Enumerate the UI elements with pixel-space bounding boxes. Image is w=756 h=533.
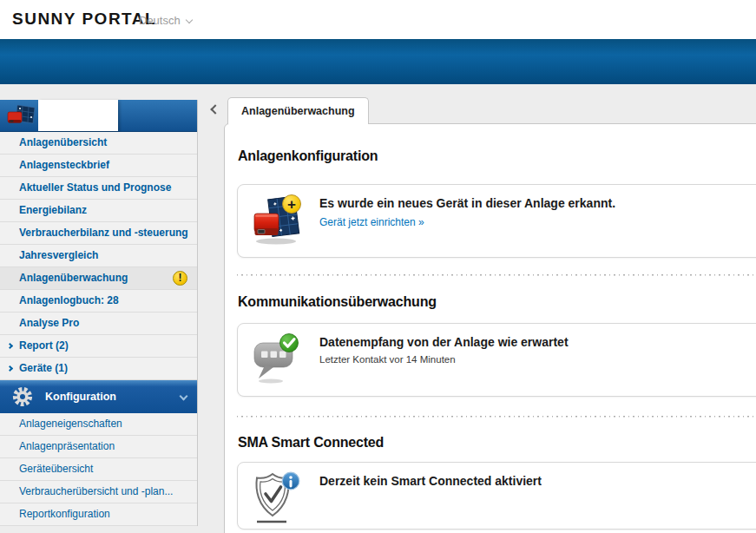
tab-anlagenueberwachung[interactable]: Anlagenüberwachung: [227, 97, 369, 124]
warning-icon: !: [173, 271, 187, 286]
gear-icon: [11, 385, 34, 408]
communication-card: Datenempfang von der Anlage wie erwartet…: [237, 323, 756, 397]
smart-connected-status-message: Derzeit kein Smart Connected aktiviert: [319, 474, 542, 488]
sidebar-item-energiebilanz[interactable]: Energiebilanz: [0, 200, 197, 222]
new-device-card: + Es wurde ein neues Gerät in dieser Anl…: [237, 184, 756, 258]
communication-status-message: Datenempfang von der Anlage wie erwartet: [319, 335, 569, 349]
sidebar-subitem-geraeteuebersicht[interactable]: Geräteübersicht: [0, 458, 197, 481]
svg-text:+: +: [287, 196, 296, 213]
sidebar-item-anlagenuebersicht[interactable]: Anlagenübersicht: [0, 132, 197, 155]
sidebar-item-konfiguration[interactable]: Konfiguration: [0, 380, 197, 413]
collapse-sidebar-button[interactable]: [207, 99, 223, 122]
expand-chevron-icon: [7, 365, 13, 372]
sidebar-subitem-reportkonfiguration[interactable]: Reportkonfiguration: [0, 503, 197, 526]
language-selector[interactable]: Deutsch: [139, 14, 192, 27]
section-heading-kommunikationsueberwachung: Kommunikationsüberwachung: [238, 294, 437, 310]
smart-connected-info-icon: [252, 470, 304, 523]
inverter-new-device-icon: +: [252, 192, 304, 246]
banner: [0, 39, 756, 84]
section-heading-anlagenkonfiguration: Anlagenkonfiguration: [238, 148, 378, 164]
setup-device-link[interactable]: Gerät jetzt einrichten »: [319, 216, 615, 228]
plant-logo-icon: [7, 103, 36, 129]
sidebar-item-geraete[interactable]: Geräte (1): [0, 358, 197, 380]
sunny-portal-logo: SUNNY PORTAL: [12, 10, 156, 29]
sidebar: Anlagenübersicht Anlagensteckbrief Aktue…: [0, 100, 198, 526]
chevron-left-icon: [210, 104, 220, 114]
plant-name-redacted: [38, 100, 118, 131]
sidebar-subitem-verbraucheruebersicht[interactable]: Verbraucherübersicht und -plan...: [0, 481, 197, 503]
language-label: Deutsch: [139, 14, 181, 27]
sidebar-subitem-anlagenpraesentation[interactable]: Anlagenpräsentation: [0, 436, 197, 458]
sidebar-item-anlagenlogbuch[interactable]: Anlagenlogbuch: 28: [0, 290, 197, 313]
communication-ok-icon: [252, 331, 304, 385]
sidebar-item-anlagenueberwachung[interactable]: Anlagenüberwachung !: [0, 267, 197, 290]
plant-header[interactable]: [0, 100, 197, 132]
sunny-portal-window: SUNNY PORTAL Deutsch Anlagenübersicht An…: [0, 0, 756, 533]
sidebar-item-aktueller-status[interactable]: Aktueller Status und Prognose: [0, 177, 197, 200]
smart-connected-card: Derzeit kein Smart Connected aktiviert: [237, 462, 756, 530]
last-contact-text: Letzter Kontakt vor 14 Minuten: [319, 354, 569, 365]
sidebar-item-anlagensteckbrief[interactable]: Anlagensteckbrief: [0, 155, 197, 177]
top-bar: SUNNY PORTAL Deutsch: [0, 0, 756, 39]
sidebar-item-jahresvergleich[interactable]: Jahresvergleich: [0, 245, 197, 267]
new-device-message: Es wurde ein neues Gerät in dieser Anlag…: [319, 196, 615, 210]
chevron-down-icon: [180, 392, 188, 401]
section-divider: [237, 416, 756, 418]
sidebar-item-report[interactable]: Report (2): [0, 335, 197, 358]
section-heading-sma-smart-connected: SMA Smart Connected: [238, 435, 384, 451]
section-divider: [237, 274, 756, 276]
expand-chevron-icon: [7, 343, 13, 349]
content-panel: Anlagenkonfiguration: [224, 123, 756, 533]
sidebar-item-analyse-pro[interactable]: Analyse Pro: [0, 313, 197, 335]
sidebar-subitem-anlageneigenschaften[interactable]: Anlageneigenschaften: [0, 413, 197, 436]
chevron-down-icon: [185, 16, 192, 23]
sidebar-item-verbraucherbilanz[interactable]: Verbraucherbilanz und -steuerung: [0, 222, 197, 245]
